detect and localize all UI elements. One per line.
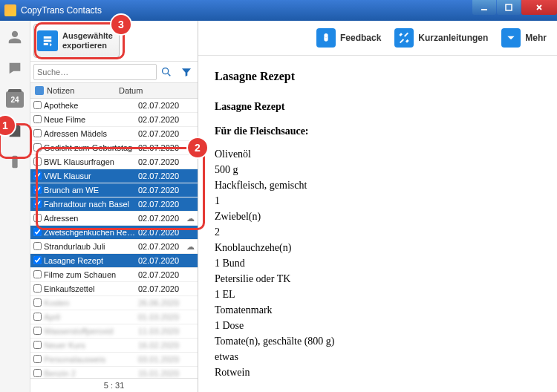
row-checkbox[interactable] [32, 313, 42, 322]
content-panel: Feedback Kurzanleitungen Mehr Lasagne Re… [198, 21, 557, 392]
feedback-button[interactable]: Feedback [312, 26, 385, 50]
row-checkbox[interactable] [32, 256, 42, 266]
note-line: Zwiebel(n) [215, 209, 542, 224]
row-date: 02.07.2020 [138, 214, 184, 223]
table-row[interactable]: Neuer Kurs16.02.2020 [30, 339, 198, 353]
tools-icon [394, 28, 414, 48]
minimize-button[interactable] [472, 0, 496, 15]
svg-rect-0 [481, 9, 487, 10]
row-checkbox[interactable] [32, 129, 42, 139]
header-cloud [175, 83, 198, 98]
left-nav-rail: 24 [0, 21, 30, 392]
row-name: Neue Filme [42, 115, 138, 124]
header-date[interactable]: Datum [114, 83, 175, 98]
notes-column-icon [35, 86, 44, 95]
note-line: 1 [215, 193, 542, 209]
table-row[interactable]: Adressen02.07.2020☁ [30, 212, 198, 226]
search-input[interactable] [33, 64, 157, 80]
cloud-icon: ☁ [184, 214, 196, 223]
note-content[interactable]: Lasagne Rezept Lasagne Rezept Für die Fl… [198, 56, 557, 392]
row-name: Apotheke [42, 101, 138, 110]
row-name: Einkaufszettel [42, 284, 138, 293]
calendar-icon[interactable]: 24 [4, 89, 25, 110]
row-checkbox[interactable] [32, 341, 42, 350]
table-row[interactable]: April01.03.2020 [30, 310, 198, 324]
notes-list[interactable]: Apotheke02.07.2020Neue Filme02.07.2020Ad… [30, 99, 198, 378]
more-button[interactable]: Mehr [497, 26, 551, 50]
row-date: 02.07.2020 [138, 228, 184, 237]
app-window: CopyTrans Contacts 24 Ausgewählteexporti… [0, 0, 557, 392]
row-date: 02.07.2020 [138, 157, 184, 166]
table-row[interactable]: Fahrradtour nach Basel02.07.2020 [30, 197, 198, 212]
table-row[interactable]: Filme zum Schauen02.07.2020 [30, 268, 198, 282]
row-checkbox[interactable] [32, 186, 42, 195]
note-subtitle: Lasagne Rezept [215, 99, 542, 114]
note-line: 1 EL [215, 287, 542, 302]
row-name: Brunch am WE [42, 186, 138, 195]
row-checkbox[interactable] [32, 284, 42, 294]
row-date: 02.07.2020 [138, 186, 184, 195]
title-bar: CopyTrans Contacts [0, 0, 557, 21]
annotation-marker-2: 2 [186, 137, 209, 159]
search-icon[interactable] [160, 66, 172, 80]
main-toolbar: Feedback Kurzanleitungen Mehr [198, 21, 557, 56]
row-date: 02.07.2020 [138, 270, 184, 279]
note-title: Lasagne Rezept [215, 68, 542, 85]
header-name[interactable]: Notizen [30, 83, 114, 98]
search-row [30, 62, 198, 83]
row-checkbox[interactable] [32, 157, 42, 167]
row-checkbox[interactable] [32, 115, 42, 125]
row-date: 01.03.2020 [138, 313, 184, 321]
table-row[interactable]: Brunch am WE02.07.2020 [30, 183, 198, 197]
row-name: Fahrradtour nach Basel [42, 200, 138, 209]
row-checkbox[interactable] [32, 214, 42, 223]
row-checkbox[interactable] [32, 200, 42, 209]
table-row[interactable]: Lasagne Rezept02.07.2020 [30, 254, 198, 268]
note-line: Knoblauchzehe(n) [215, 240, 542, 255]
guides-button[interactable]: Kurzanleitungen [390, 26, 492, 50]
note-line: Rotwein [215, 365, 542, 380]
row-checkbox[interactable] [32, 143, 42, 153]
table-row[interactable]: Benzin 215.01.2020 [30, 367, 198, 378]
filter-button[interactable] [178, 64, 195, 80]
row-name: Strandurlaub Juli [42, 242, 138, 251]
row-checkbox[interactable] [32, 298, 42, 308]
row-name: Benzin 2 [42, 369, 138, 378]
close-button[interactable] [521, 0, 557, 15]
table-row[interactable]: Adressen Mädels02.07.2020 [30, 127, 198, 141]
list-header: Notizen Datum [30, 83, 198, 99]
table-row[interactable]: Neue Filme02.07.2020 [30, 113, 198, 127]
table-row[interactable]: BWL Klausurfragen02.07.2020 [30, 155, 198, 169]
device-icon[interactable] [4, 151, 25, 172]
table-row[interactable]: Strandurlaub Juli02.07.2020☁ [30, 240, 198, 254]
row-checkbox[interactable] [32, 369, 42, 379]
cloud-icon: ☁ [184, 242, 196, 252]
feedback-label: Feedback [340, 33, 381, 43]
note-line: 500 g [215, 162, 542, 177]
svg-point-4 [324, 33, 328, 37]
row-checkbox[interactable] [32, 355, 42, 365]
table-row[interactable]: Zwetschgenkuchen Rezept02.07.2020 [30, 226, 198, 240]
row-date: 02.07.2020 [138, 143, 184, 152]
row-checkbox[interactable] [32, 242, 42, 252]
row-checkbox[interactable] [32, 327, 42, 336]
table-row[interactable]: Wasserstoffperoxid11.03.2020 [30, 324, 198, 339]
table-row[interactable]: Gedicht zum Geburtstag02.07.2020 [30, 141, 198, 155]
table-row[interactable]: Personalausweis03.01.2020 [30, 353, 198, 367]
row-checkbox[interactable] [32, 270, 42, 280]
contacts-icon[interactable] [4, 27, 25, 48]
table-row[interactable]: Einkaufszettel02.07.2020 [30, 282, 198, 296]
list-panel: Ausgewählteexportieren Notizen Datum Apo… [30, 21, 198, 392]
table-row[interactable]: Kosten26.06.2020 [30, 296, 198, 310]
more-label: Mehr [525, 33, 547, 43]
row-checkbox[interactable] [32, 172, 42, 181]
row-checkbox[interactable] [32, 228, 42, 238]
table-row[interactable]: VWL Klausur02.07.2020 [30, 169, 198, 183]
export-selected-button[interactable]: Ausgewählteexportieren [33, 24, 120, 58]
row-name: Adressen [42, 214, 138, 223]
messages-icon[interactable] [4, 58, 25, 79]
chevron-down-icon [501, 28, 521, 48]
table-row[interactable]: Apotheke02.07.2020 [30, 99, 198, 113]
maximize-button[interactable] [497, 0, 521, 15]
row-checkbox[interactable] [32, 101, 42, 111]
